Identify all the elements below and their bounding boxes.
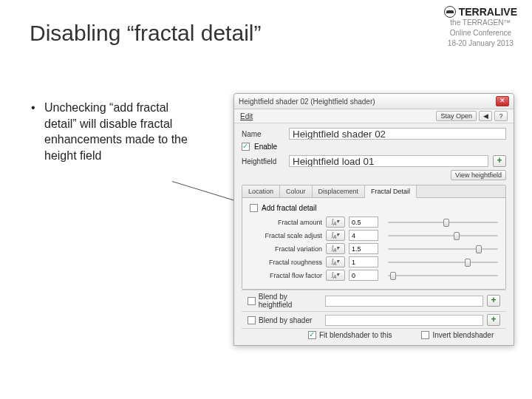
fractal-param-label: Fractal amount — [250, 219, 322, 226]
blend-heightfield-input[interactable] — [325, 296, 483, 307]
invert-blendshader-checkbox[interactable] — [421, 331, 429, 339]
blend-shader-input[interactable] — [325, 315, 483, 326]
close-icon[interactable]: ✕ — [496, 96, 509, 106]
fractal-param-slider[interactable] — [388, 244, 498, 254]
brand-logo: TERRALIVE — [444, 6, 517, 18]
tab-panel: Location Colour Displacement Fractal Det… — [242, 185, 506, 290]
enable-label: Enable — [254, 143, 277, 151]
blend-heightfield-label: Blend by heightfield — [259, 293, 321, 309]
slide-title: Disabling “fractal detail” — [30, 21, 261, 46]
add-fractal-detail-checkbox[interactable] — [250, 204, 258, 212]
menu-edit[interactable]: Edit — [240, 112, 253, 120]
brand-line-2: Online Conference — [444, 28, 517, 38]
add-blend-shader-button[interactable]: + — [487, 314, 500, 326]
add-fractal-detail-label: Add fractal detail — [262, 204, 317, 212]
window-menubar: Edit Stay Open ◀ ? — [234, 109, 514, 123]
fractal-param-slider[interactable] — [388, 231, 498, 241]
blend-shader-checkbox[interactable] — [248, 316, 256, 324]
fractal-param-label: Fractal variation — [250, 245, 322, 253]
view-heightfield-button[interactable]: View heightfield — [451, 170, 506, 180]
fractal-param-slider[interactable] — [388, 270, 498, 281]
fractal-param-label: Fractal roughness — [250, 259, 322, 266]
add-blend-heightfield-button[interactable]: + — [487, 295, 500, 307]
fractal-param-input[interactable] — [349, 230, 378, 241]
curve-icon[interactable]: ∫A▾ — [326, 243, 345, 254]
brand-line-1: the TERRAGEN™ — [444, 18, 517, 28]
window-titlebar[interactable]: Heightfield shader 02 (Heightfield shade… — [234, 94, 514, 109]
brand-line-3: 18-20 January 2013 — [444, 38, 517, 49]
fractal-param-input[interactable] — [349, 216, 378, 228]
tab-fractal-detail[interactable]: Fractal Detail — [365, 185, 417, 198]
name-input[interactable] — [289, 128, 506, 140]
fit-blendshader-label: Fit blendshader to this — [319, 331, 392, 339]
back-button[interactable]: ◀ — [479, 111, 492, 121]
invert-blendshader-label: Invert blendshader — [432, 331, 494, 339]
fit-blendshader-checkbox[interactable] — [308, 331, 316, 339]
tab-displacement[interactable]: Displacement — [313, 185, 366, 198]
stay-open-button[interactable]: Stay Open — [436, 111, 477, 121]
fractal-param-input[interactable] — [349, 256, 378, 267]
fractal-param-slider[interactable] — [388, 217, 498, 228]
fractal-param-slider[interactable] — [388, 257, 498, 267]
add-heightfield-button[interactable]: + — [493, 155, 506, 167]
tab-location[interactable]: Location — [242, 185, 280, 198]
fractal-param-input[interactable] — [349, 270, 378, 281]
brand-block: TERRALIVE the TERRAGEN™ Online Conferenc… — [444, 6, 517, 49]
curve-icon[interactable]: ∫A▾ — [326, 216, 345, 228]
fractal-param-label: Fractal flow factor — [250, 272, 322, 279]
bullet-text: Unchecking “add fractal detail” will dis… — [44, 100, 192, 163]
window-title: Heightfield shader 02 (Heightfield shade… — [239, 98, 496, 106]
tab-content: Add fractal detail Fractal amount∫A▾Frac… — [242, 198, 505, 289]
curve-icon[interactable]: ∫A▾ — [326, 230, 345, 241]
shader-window: Heightfield shader 02 (Heightfield shade… — [233, 93, 514, 346]
brand-name: TERRALIVE — [459, 6, 517, 18]
curve-icon[interactable]: ∫A▾ — [326, 270, 345, 281]
name-label: Name — [242, 130, 284, 138]
enable-checkbox[interactable] — [242, 143, 250, 151]
heightfield-label: Heightfield — [242, 157, 284, 166]
fractal-param-input[interactable] — [349, 243, 378, 254]
fractal-param-label: Fractal scale adjust — [250, 232, 322, 239]
help-button[interactable]: ? — [494, 111, 508, 121]
globe-icon — [444, 6, 456, 18]
blend-heightfield-checkbox[interactable] — [248, 297, 256, 305]
tab-colour[interactable]: Colour — [280, 185, 313, 198]
blend-shader-label: Blend by shader — [259, 316, 312, 324]
heightfield-input[interactable] — [289, 155, 488, 167]
curve-icon[interactable]: ∫A▾ — [326, 256, 345, 267]
